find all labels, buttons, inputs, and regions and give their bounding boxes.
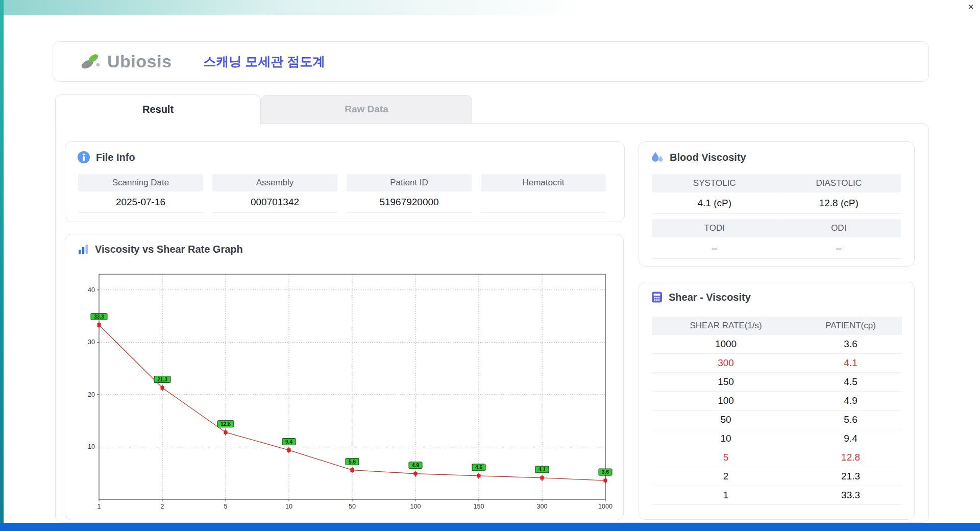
svg-text:100: 100: [410, 503, 421, 510]
field-hematocrit: Hematocrit: [481, 174, 606, 213]
svg-text:1: 1: [97, 503, 101, 510]
patient-cell: 21.3: [799, 467, 902, 486]
svg-text:4.9: 4.9: [412, 463, 419, 468]
chart-y-axis-labels: 10203040: [88, 286, 99, 451]
file-info-header: File Info: [65, 142, 147, 173]
graph-title: Viscosity vs Shear Rate Graph: [95, 244, 243, 255]
blood-drops-icon: [651, 151, 664, 164]
field-patient-id: Patient ID 51967920000: [347, 174, 472, 213]
info-icon: [77, 151, 90, 164]
brand-logo: Ubiosis: [80, 52, 172, 72]
graph-header: Viscosity vs Shear Rate Graph: [65, 234, 255, 264]
field-label: Assembly: [212, 174, 337, 191]
viscosity-chart-svg: 125105010015030010001020304033.321.312.8…: [79, 271, 620, 515]
tab-raw-data[interactable]: Raw Data: [261, 95, 472, 123]
blood-viscosity-table: SYSTOLIC DIASTOLIC 4.1 (cP) 12.8 (cP) TO…: [652, 174, 901, 264]
viscosity-graph-card: Viscosity vs Shear Rate Graph 1251050100…: [65, 234, 624, 520]
table-row: 221.3: [652, 467, 902, 486]
svg-text:50: 50: [349, 503, 356, 510]
patient-cell: 5.6: [799, 411, 902, 429]
chart-x-axis-labels: 12510501001503001000: [97, 499, 612, 510]
svg-text:20: 20: [88, 391, 95, 398]
table-header-row: SHEAR RATE(1/s) PATIENT(cp): [652, 317, 902, 335]
systolic-header: SYSTOLIC: [652, 174, 777, 192]
chart-grid: [99, 274, 605, 499]
patient-cell: 9.4: [799, 429, 902, 448]
svg-text:5.6: 5.6: [349, 459, 356, 465]
tab-result[interactable]: Result: [55, 94, 261, 124]
svg-text:40: 40: [88, 286, 95, 294]
svg-text:300: 300: [537, 503, 548, 510]
file-info-fields: Scanning Date 2025-07-16 Assembly 000701…: [78, 174, 606, 213]
table-row: 505.6: [652, 411, 902, 429]
field-label: Hematocrit: [481, 174, 606, 191]
shear-rate-cell: 50: [652, 411, 799, 429]
patient-cell: 12.8: [799, 448, 902, 467]
table-row: 133.3: [652, 486, 902, 505]
field-value: 51967920000: [347, 191, 472, 213]
shear-rate-column-header: SHEAR RATE(1/s): [652, 317, 799, 335]
diastolic-header: DIASTOLIC: [777, 174, 901, 192]
shear-table-body: 10003.63004.11504.51004.9505.6109.4512.8…: [652, 335, 902, 505]
table-row: 1504.5: [652, 373, 902, 392]
shear-viscosity-header: Shear - Viscosity: [639, 282, 763, 312]
table-row: 1004.9: [652, 392, 902, 411]
svg-text:9.4: 9.4: [285, 439, 292, 445]
odi-value: –: [777, 237, 901, 259]
shear-rate-cell: 10: [652, 429, 799, 448]
shear-rate-cell: 100: [652, 392, 799, 411]
shear-viscosity-title: Shear - Viscosity: [669, 292, 751, 303]
tab-result-label: Result: [142, 104, 174, 115]
shear-rate-cell: 2: [652, 467, 799, 486]
todi-odi-group: TODI ODI – –: [652, 219, 901, 259]
leaf-logo-icon: [80, 52, 103, 72]
patient-column-header: PATIENT(cp): [799, 317, 902, 335]
field-value: 2025-07-16: [78, 191, 203, 213]
calculator-icon: [651, 291, 663, 303]
svg-text:21.3: 21.3: [157, 377, 167, 382]
svg-text:2: 2: [161, 503, 164, 510]
patient-cell: 33.3: [799, 486, 902, 505]
svg-text:10: 10: [88, 443, 95, 450]
shear-rate-cell: 300: [652, 354, 799, 373]
svg-text:4.5: 4.5: [475, 465, 482, 470]
svg-text:150: 150: [474, 503, 484, 510]
brand-name: Ubiosis: [107, 52, 172, 71]
result-panel: File Info Scanning Date 2025-07-16 Assem…: [55, 123, 929, 523]
svg-text:30: 30: [88, 339, 95, 346]
field-scanning-date: Scanning Date 2025-07-16: [78, 174, 203, 213]
svg-text:5: 5: [224, 503, 228, 510]
svg-text:1000: 1000: [598, 503, 612, 510]
blood-viscosity-header: Blood Viscosity: [639, 142, 758, 173]
systolic-value: 4.1 (cP): [652, 192, 777, 214]
app-window: { "window": { "close": "×" }, "colors": …: [0, 0, 980, 531]
blood-viscosity-title: Blood Viscosity: [670, 152, 746, 163]
window-top-gradient: [0, 0, 980, 15]
table-row: 3004.1: [652, 354, 902, 373]
svg-text:33.3: 33.3: [94, 314, 104, 320]
shear-rate-cell: 1: [652, 486, 799, 505]
file-info-title: File Info: [96, 152, 135, 163]
shear-viscosity-card: Shear - Viscosity SHEAR RATE(1/s) PATIEN…: [639, 282, 915, 520]
shear-rate-cell: 150: [652, 373, 799, 392]
diastolic-value: 12.8 (cP): [777, 192, 901, 214]
odi-header: ODI: [777, 219, 901, 237]
todi-value: –: [652, 237, 777, 259]
field-label: Patient ID: [347, 174, 472, 191]
window-left-edge: [0, 0, 4, 531]
svg-text:12.8: 12.8: [220, 421, 231, 427]
field-label: Scanning Date: [78, 174, 203, 191]
svg-text:10: 10: [285, 503, 292, 510]
systolic-diastolic-group: SYSTOLIC DIASTOLIC 4.1 (cP) 12.8 (cP): [652, 174, 901, 214]
svg-text:4.1: 4.1: [538, 467, 546, 472]
field-assembly: Assembly 000701342: [212, 174, 337, 213]
todi-header: TODI: [652, 219, 777, 237]
patient-cell: 3.6: [799, 335, 902, 354]
patient-cell: 4.9: [799, 392, 902, 411]
close-icon[interactable]: ×: [968, 1, 974, 12]
tab-raw-data-label: Raw Data: [345, 104, 388, 115]
shear-rate-cell: 1000: [652, 335, 799, 354]
table-row: 109.4: [652, 429, 902, 448]
header-card: Ubiosis 스캐닝 모세관 점도계: [53, 41, 929, 82]
page-title: 스캐닝 모세관 점도계: [203, 53, 325, 70]
